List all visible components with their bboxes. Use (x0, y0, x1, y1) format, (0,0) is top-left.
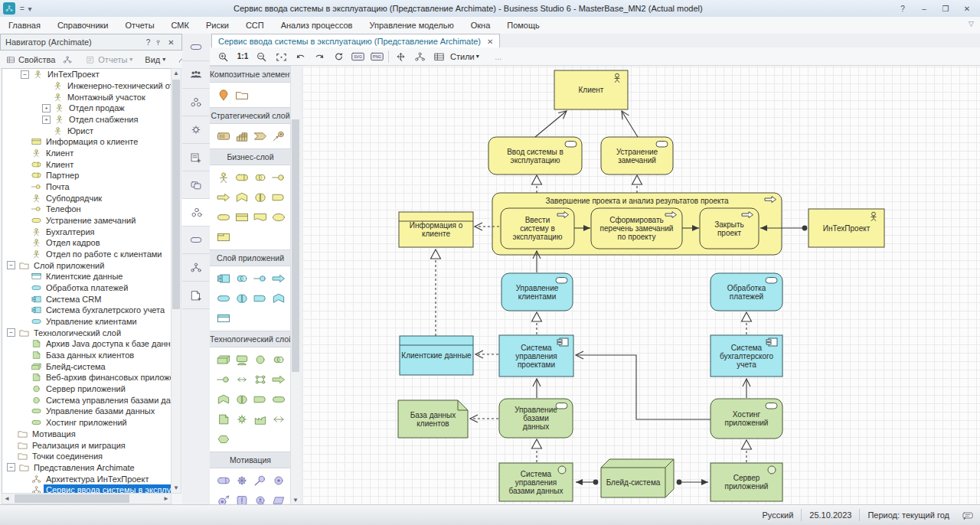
zoom-in-button[interactable] (214, 49, 233, 64)
collapse-toggle[interactable]: − (21, 70, 29, 79)
palette-item-valuestream[interactable] (251, 126, 270, 146)
palette-item-node3d[interactable] (214, 350, 233, 370)
palette-item-capsule[interactable] (214, 471, 233, 491)
palette-item-grouping[interactable] (233, 85, 251, 105)
palette-item-equipment[interactable] (233, 409, 251, 429)
tab-close-icon[interactable]: ✕ (487, 38, 493, 46)
palette-item-func[interactable] (233, 188, 251, 207)
diagram-edge-3[interactable] (532, 175, 542, 193)
palette-item-collab[interactable] (270, 350, 288, 370)
scroll-left-icon[interactable]: ◄ (2, 494, 11, 504)
dock-tab-elements[interactable] (182, 227, 210, 254)
dock-tab-views[interactable] (182, 171, 210, 199)
collapse-toggle[interactable]: − (7, 463, 15, 471)
menu-item-2[interactable]: Справочники (49, 17, 117, 34)
palette-item-network[interactable] (251, 370, 270, 390)
tree-item[interactable]: −Технологический слой (2, 327, 171, 338)
palette-item-actor[interactable] (214, 168, 233, 188)
tree-item[interactable]: Блейд-система (2, 360, 171, 372)
palette-item-device[interactable] (233, 350, 251, 370)
help-button[interactable]: ? (897, 4, 908, 13)
palette-item-assess[interactable] (251, 471, 270, 491)
collapse-toggle[interactable]: − (7, 328, 15, 337)
reports-button[interactable]: Отчеты▾ (83, 54, 135, 65)
palette-item-capability[interactable] (233, 126, 251, 146)
diagram-edge-17[interactable] (743, 379, 750, 398)
menu-item-10[interactable]: Помощь (498, 17, 548, 34)
tree-item[interactable]: Клиент (2, 148, 171, 159)
diagram-node-sformirovat-perechen-zamechaniy[interactable]: Сформироватьперечень замечанийпо проекту (591, 208, 682, 249)
tree-item[interactable]: Управление клиентами (2, 316, 171, 328)
diagram-node-hosting-prilozheniy[interactable]: Хостингприложений (710, 399, 782, 439)
collapse-toggle[interactable]: − (7, 261, 15, 269)
toolbar-overflow[interactable]: ... (489, 49, 508, 64)
tree-item[interactable]: Партнер (2, 170, 171, 181)
dock-tab-collaboration[interactable] (182, 89, 210, 116)
tree-item[interactable]: Бухгалтерия (2, 226, 171, 237)
diagram-node-server-prilozheniy[interactable]: Серверприложений (710, 463, 782, 501)
palette-item-process[interactable] (270, 269, 288, 289)
tree-item[interactable]: Система бухгалетрского учета (2, 305, 171, 316)
status-date[interactable]: 25.10.2023 (801, 509, 859, 521)
navigator-horizontal-scrollbar[interactable]: ◄ ► (2, 493, 172, 504)
palette-item-para[interactable] (270, 491, 288, 505)
status-message-icon[interactable] (962, 510, 974, 520)
tree-item[interactable]: Архитектура ИнТехПроект (2, 473, 171, 484)
diagram-edge-11[interactable] (532, 312, 542, 334)
tree-item[interactable]: Система управления базами данных (2, 394, 171, 406)
palette-item-course[interactable] (270, 126, 288, 146)
tree-item[interactable]: −ИнТехПроект (2, 69, 171, 80)
palette-item-event[interactable] (214, 289, 233, 308)
expand-toggle[interactable]: + (42, 104, 51, 112)
diagram-node-informatsiya-o-kliente[interactable]: Информация оклиенте (399, 212, 473, 247)
diagram-node-sistema-upravleniya-proektami[interactable]: Системауправленияпроектами (499, 335, 573, 377)
dock-tab-new-document[interactable] (182, 144, 210, 171)
palette-item-process[interactable] (214, 188, 233, 207)
diagram-edge-15[interactable] (470, 415, 498, 422)
tree-item[interactable]: Информация о клиенте (2, 136, 171, 148)
diagram-edge-9[interactable] (431, 249, 441, 336)
tree-item[interactable]: Субподрядчик (2, 192, 171, 204)
export-png-button[interactable]: PNG (368, 49, 386, 64)
menu-item-5[interactable]: Риски (198, 17, 237, 34)
dock-tab-hierarchy[interactable] (182, 254, 210, 282)
view-button[interactable]: Вид▾ (142, 54, 168, 65)
palette-item-interact[interactable] (233, 289, 251, 308)
diagram-edge-4[interactable] (632, 175, 642, 193)
tree-item[interactable]: Управление базами данных (2, 406, 171, 417)
palette-item-goal[interactable] (270, 471, 288, 491)
navigator-close-icon[interactable]: ✕ (165, 38, 177, 47)
palette-item-service[interactable] (270, 188, 288, 207)
tree-item[interactable]: +Отдел снабжения (2, 114, 171, 126)
diagram-node-upravlenie-klientami[interactable]: Управлениеклиентами (501, 273, 573, 311)
properties-button[interactable] (430, 49, 448, 64)
zoom-reset-button[interactable]: 1:1 (234, 49, 252, 64)
palette-item-service[interactable] (251, 289, 270, 308)
palette-item-reqperson[interactable] (251, 491, 270, 505)
diagram-edge-18[interactable] (742, 312, 752, 334)
properties-button[interactable]: Свойства (3, 54, 57, 65)
palette-item-service[interactable] (251, 390, 270, 409)
palette-item-outcome[interactable] (214, 491, 233, 505)
scroll-down-icon[interactable]: ▼ (172, 484, 181, 493)
diagram-edge-14[interactable] (533, 379, 541, 398)
palette-item-path[interactable] (233, 370, 251, 390)
navigator-help-icon[interactable]: ? (142, 38, 154, 47)
dock-tab-new-diagram[interactable] (182, 282, 210, 309)
diagram-node-sistema-upravleniya-bazami-dannyh[interactable]: Системауправлениябазами данных (499, 463, 573, 501)
diagram-node-vvod-sistemy-v-ekspluatatsiyu[interactable]: Ввод системы вэксплуатацию (488, 137, 582, 174)
palette-item-object[interactable] (233, 207, 251, 227)
tree-item[interactable]: Юрист (2, 125, 171, 136)
palette-item-distrib[interactable] (270, 409, 288, 429)
palette-item-driver[interactable] (233, 471, 251, 491)
ribbon-collapse-icon[interactable]: ▽ (969, 20, 974, 28)
undo-button[interactable] (291, 49, 309, 64)
tree-item[interactable]: −Слой приложений (2, 259, 171, 271)
refresh-button[interactable] (329, 49, 348, 64)
diagram-node-vvesti-sistemu-v-ekspluatatsiyu[interactable]: Ввестисистему вэксплуатацию (501, 208, 574, 249)
tree-item[interactable]: Система CRM (2, 293, 171, 305)
restore-button[interactable]: ❐ (940, 4, 951, 13)
palette-item-material[interactable] (214, 429, 233, 449)
fit-to-screen-button[interactable] (272, 49, 290, 64)
tree-item[interactable]: Сервер приложений (2, 383, 171, 395)
